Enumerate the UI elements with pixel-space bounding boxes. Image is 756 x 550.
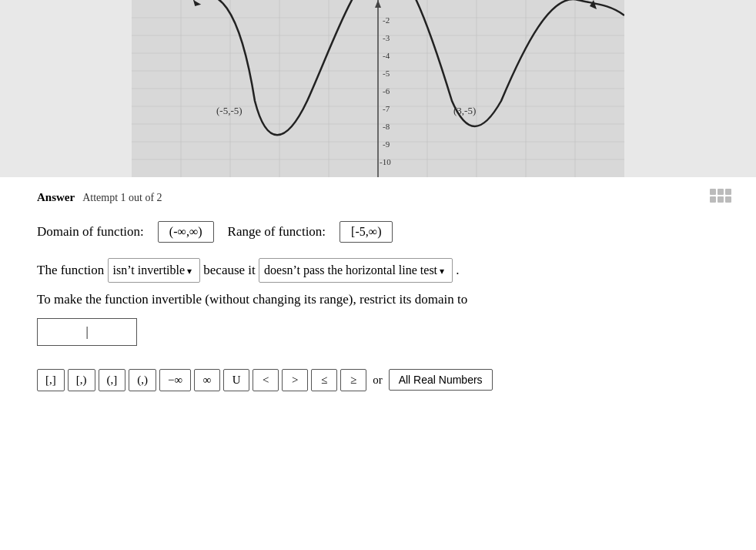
range-value: [-5,∞) [340,221,393,243]
invertible-prefix: The function [37,263,104,277]
invertible-row: The function isn’t invertible because it… [37,258,719,283]
invertible-suffix: . [456,263,459,277]
answer-section: Answer Attempt 1 out of 2 Domain of func… [0,177,756,346]
svg-text:-6: -6 [383,86,390,96]
domain-value: (-∞,∞) [158,221,214,243]
all-real-numbers-btn[interactable]: All Real Numbers [389,369,493,391]
range-label: Range of function: [228,224,326,240]
domain-label: Domain of function: [37,224,144,240]
leq-btn[interactable]: ≤ [311,369,337,391]
domain-input-box[interactable]: | [37,318,137,346]
less-than-btn[interactable]: < [253,369,279,391]
attempt-text: Attempt 1 out of 2 [82,192,162,204]
inf-btn[interactable]: ∞ [194,369,220,391]
svg-text:-4: -4 [383,51,390,60]
because-label: because it [203,263,256,277]
domain-range-row: Domain of function: (-∞,∞) Range of func… [37,221,719,243]
paren-both-btn[interactable]: (,) [129,369,156,391]
answer-label: Answer [37,191,75,204]
toolbar: [,] [,) (,] (,) −∞ ∞ U < > ≤ ≥ or All Re… [0,360,756,401]
input-value: | [85,325,88,339]
svg-text:-3: -3 [383,33,390,42]
grid-icon[interactable] [710,189,731,206]
greater-than-btn[interactable]: > [282,369,308,391]
graph-area: -2 -3 -4 -5 -6 -7 -8 -9 -10 [0,0,756,177]
reason-dropdown[interactable]: doesn’t pass the horizontal line test [259,258,453,283]
geq-btn[interactable]: ≥ [340,369,366,391]
page: -2 -3 -4 -5 -6 -7 -8 -9 -10 [0,0,756,550]
graph-svg: -2 -3 -4 -5 -6 -7 -8 -9 -10 [132,0,624,177]
neg-inf-btn[interactable]: −∞ [159,369,191,391]
svg-text:-9: -9 [383,139,390,149]
restrict-text: To make the function invertible (without… [37,292,467,307]
or-text: or [370,374,386,387]
union-btn[interactable]: U [223,369,249,391]
attempt-line: Answer Attempt 1 out of 2 [37,191,719,204]
function-status-dropdown[interactable]: isn’t invertible [108,258,200,283]
svg-text:-7: -7 [383,104,390,113]
svg-text:-2: -2 [383,15,390,25]
paren-right-bracket-btn[interactable]: (,] [99,369,126,391]
bracket-left-paren-btn[interactable]: [,) [68,369,95,391]
svg-text:-5: -5 [383,69,390,78]
svg-text:-8: -8 [383,122,390,131]
bracket-closed-btn[interactable]: [,] [37,369,65,391]
svg-text:(3,-5): (3,-5) [453,105,476,116]
graph-container: -2 -3 -4 -5 -6 -7 -8 -9 -10 [132,0,624,177]
restrict-row: To make the function invertible (without… [37,292,719,307]
svg-text:(-5,-5): (-5,-5) [216,105,243,116]
svg-text:-10: -10 [380,157,391,166]
